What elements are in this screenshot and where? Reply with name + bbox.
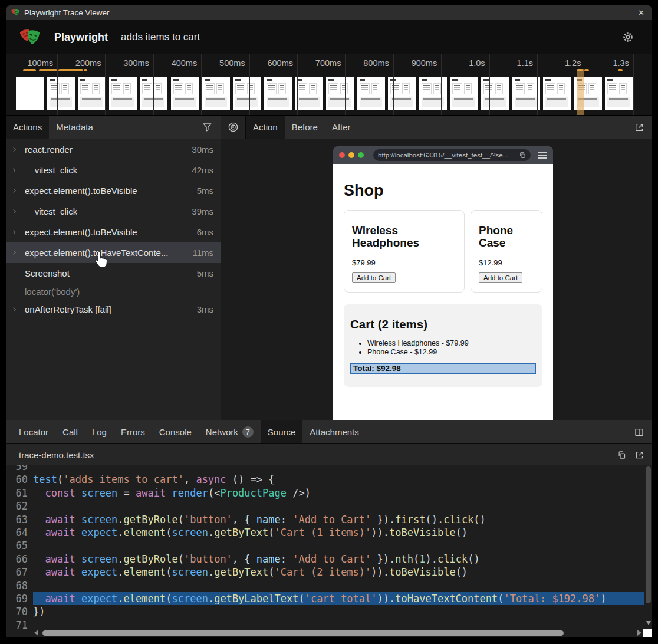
- thumb-mini-cart: [607, 97, 630, 107]
- thumb-mini-cart: [50, 97, 72, 107]
- tab-before[interactable]: Before: [285, 116, 325, 139]
- add-to-cart-button[interactable]: Add to Cart: [479, 272, 522, 283]
- timeline-tick-label: 500ms: [204, 58, 245, 68]
- thumb-mini-card: [173, 83, 183, 94]
- timeline-thumbnail[interactable]: [78, 77, 106, 110]
- timeline-thumbnail[interactable]: [481, 77, 509, 110]
- timeline-thumbnail[interactable]: [357, 77, 385, 110]
- token: )).: [371, 527, 389, 538]
- line-number: 59: [6, 465, 33, 473]
- action-row[interactable]: react.render30ms: [6, 139, 221, 160]
- token: 'Total: $192.98': [504, 593, 601, 604]
- scrollbar-corner: [643, 629, 652, 637]
- tab-network[interactable]: Network7: [199, 420, 261, 443]
- scroll-down-icon[interactable]: [646, 621, 651, 625]
- timeline-thumbnail[interactable]: [419, 77, 447, 110]
- timeline-thumbnail[interactable]: [233, 77, 261, 110]
- token: ).: [425, 553, 437, 565]
- action-row[interactable]: Screenshot5ms: [6, 263, 221, 284]
- timeline-thumbnail[interactable]: [388, 77, 416, 110]
- action-row[interactable]: expect.element().toHaveTextConte...11ms: [6, 242, 221, 263]
- timeline-thumbnail[interactable]: [16, 77, 44, 110]
- scroll-left-icon[interactable]: [34, 630, 38, 636]
- url-bar[interactable]: http://localhost:63315/__vitest_test__/?…: [373, 149, 531, 161]
- playwright-masks-icon: [11, 8, 20, 17]
- timeline-thumbnail[interactable]: [140, 77, 167, 110]
- horizontal-scrollbar[interactable]: [6, 629, 644, 637]
- timeline-thumbnail[interactable]: [171, 77, 199, 110]
- funnel-icon[interactable]: [202, 122, 212, 132]
- timeline-thumbnail[interactable]: [47, 77, 75, 110]
- hamburger-icon[interactable]: [538, 152, 547, 159]
- split-view-icon[interactable]: [634, 428, 644, 437]
- tab-attachments[interactable]: Attachments: [302, 420, 366, 443]
- tab-action[interactable]: Action: [246, 116, 285, 139]
- copy-icon[interactable]: [519, 152, 526, 159]
- tab-errors[interactable]: Errors: [114, 420, 152, 443]
- token: )).: [377, 593, 396, 604]
- action-duration: 5ms: [197, 268, 221, 278]
- scrollbar-thumb[interactable]: [42, 630, 564, 636]
- token: name: [256, 553, 281, 565]
- thumb-mini-title: [297, 79, 302, 81]
- token: (: [268, 527, 274, 538]
- vertical-scrollbar[interactable]: [644, 465, 652, 629]
- timeline-thumbnail[interactable]: [326, 77, 354, 110]
- gear-icon[interactable]: [621, 31, 634, 44]
- timeline-gridline: [153, 54, 154, 115]
- tab-console[interactable]: Console: [152, 420, 199, 443]
- timeline-thumbnail[interactable]: [202, 77, 230, 110]
- thumb-mini-cart: [390, 97, 413, 107]
- thumb-mini-card: [328, 83, 338, 94]
- thumb-mini-title: [328, 79, 334, 81]
- timeline-thumbnail[interactable]: [109, 77, 137, 110]
- token: [33, 553, 45, 565]
- action-row[interactable]: expect.element().toBeVisible6ms: [6, 222, 221, 242]
- tab-call[interactable]: Call: [55, 420, 85, 443]
- token: 'button': [184, 553, 232, 565]
- timeline-gridline: [105, 54, 106, 115]
- timeline-thumbnail[interactable]: [605, 77, 633, 110]
- thumb-mini-title: [111, 79, 117, 81]
- code-line: 64 await expect.element(screen.getByText…: [6, 526, 644, 539]
- timeline-thumbnail[interactable]: [512, 77, 540, 110]
- close-icon[interactable]: ✕: [638, 9, 644, 17]
- tab-label: Log: [92, 427, 107, 437]
- tab-source[interactable]: Source: [261, 420, 303, 443]
- token: }): [33, 606, 45, 617]
- action-row[interactable]: __vitest_click39ms: [6, 201, 221, 222]
- add-to-cart-button[interactable]: Add to Cart: [352, 272, 396, 283]
- line-number: 64: [6, 526, 33, 539]
- code-text: [33, 539, 644, 552]
- timeline-thumbnail[interactable]: [543, 77, 571, 110]
- token: await: [45, 514, 75, 525]
- token: toBeVisible: [389, 566, 456, 578]
- token: )).: [371, 566, 389, 578]
- external-link-icon[interactable]: [635, 451, 644, 459]
- timeline-thumbnail[interactable]: [295, 77, 323, 110]
- scrollbar-thumb[interactable]: [646, 466, 651, 603]
- action-row[interactable]: __vitest_click42ms: [6, 160, 221, 180]
- thumb-mini-title: [515, 79, 520, 81]
- token: 'button': [184, 514, 232, 525]
- action-row[interactable]: onAfterRetryTask [fail]3ms: [6, 299, 221, 320]
- copy-icon[interactable]: [617, 451, 626, 459]
- token: screen: [81, 487, 117, 499]
- bullseye-icon[interactable]: [221, 116, 246, 139]
- scroll-right-icon[interactable]: [637, 630, 641, 636]
- tab-log[interactable]: Log: [85, 420, 114, 443]
- timeline[interactable]: 100ms200ms300ms400ms500ms600ms700ms800ms…: [6, 54, 652, 116]
- tab-after[interactable]: After: [325, 116, 358, 139]
- tab-actions[interactable]: Actions: [6, 116, 49, 139]
- token: [75, 553, 81, 565]
- token: [75, 527, 81, 538]
- external-link-icon[interactable]: [634, 123, 644, 132]
- thumb-mini-card: [61, 83, 69, 94]
- action-row[interactable]: expect.element().toBeVisible5ms: [6, 180, 221, 201]
- page-title: Shop: [344, 182, 542, 200]
- timeline-thumbnail[interactable]: [264, 77, 292, 110]
- tab-metadata[interactable]: Metadata: [49, 116, 100, 139]
- timeline-thumbnail[interactable]: [450, 77, 478, 110]
- tab-locator[interactable]: Locator: [12, 420, 55, 443]
- token: expect: [81, 566, 117, 578]
